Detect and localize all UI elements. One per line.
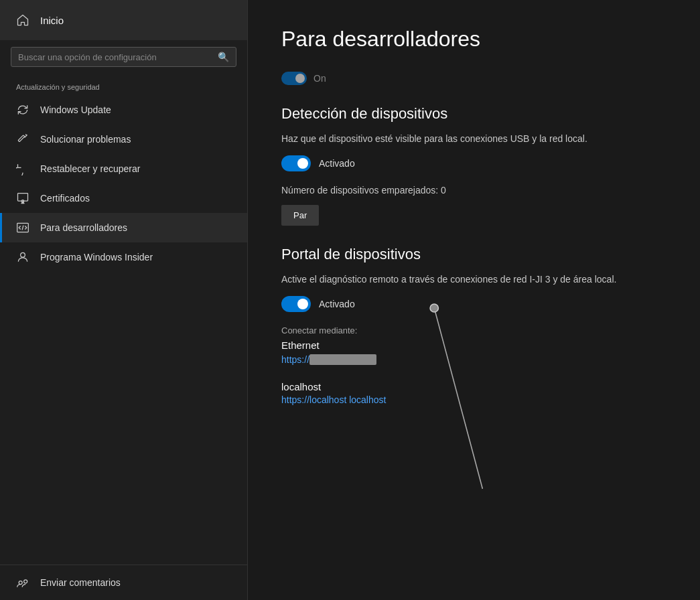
svg-point-4	[19, 581, 22, 585]
dev-icon	[16, 221, 29, 234]
sidebar-section-label: Actualización y seguridad	[0, 78, 247, 95]
sidebar-item-feedback[interactable]: Enviar comentarios	[0, 568, 247, 597]
sidebar-item-label: Windows Update	[40, 104, 111, 115]
insider-icon	[16, 250, 29, 264]
section-portal-title: Portal de dispositivos	[281, 246, 667, 263]
section-portal-desc: Active el diagnóstico remoto a través de…	[281, 273, 667, 287]
deteccion-toggle-label: Activado	[319, 158, 355, 169]
search-icon[interactable]: 🔍	[218, 52, 229, 62]
sidebar-item-label: Para desarrolladores	[40, 222, 127, 233]
home-icon	[16, 13, 29, 27]
sidebar-item-para-desarrolladores[interactable]: Para desarrolladores	[0, 213, 247, 242]
history-icon	[16, 162, 29, 175]
sidebar-item-label: Programa Windows Insider	[40, 252, 153, 262]
portal-toggle-row: Activado	[281, 296, 667, 312]
sidebar-item-label: Certificados	[40, 193, 90, 204]
deteccion-toggle-row: Activado	[281, 155, 667, 171]
paired-devices-info: Número de dispositivos emparejados: 0	[281, 185, 667, 196]
section-deteccion-desc: Haz que el dispositivo esté visible para…	[281, 132, 667, 146]
certificate-icon	[16, 192, 29, 205]
sidebar-item-windows-update[interactable]: Windows Update	[0, 95, 247, 125]
localhost-section: localhost https://localhost localhost	[281, 381, 667, 406]
feedback-icon	[16, 576, 29, 589]
sidebar-item-insider[interactable]: Programa Windows Insider	[0, 242, 247, 272]
localhost-label: localhost	[281, 381, 667, 392]
search-input[interactable]	[18, 52, 212, 62]
section-deteccion-title: Detección de dispositivos	[281, 105, 667, 123]
page-title: Para desarrolladores	[281, 27, 667, 52]
connect-via-label: Conectar mediante:	[281, 325, 667, 335]
sidebar-item-label: Solucionar problemas	[40, 134, 131, 145]
sidebar-item-solucionar[interactable]: Solucionar problemas	[0, 125, 247, 154]
ethernet-url-prefix: https://	[281, 354, 309, 365]
home-label: Inicio	[40, 15, 64, 26]
sidebar-bottom: Enviar comentarios	[0, 565, 247, 600]
search-box[interactable]: 🔍	[11, 47, 236, 67]
sidebar-item-restablecer[interactable]: Restablecer y recuperar	[0, 154, 247, 183]
search-box-container: 🔍	[0, 40, 247, 78]
sidebar-item-label: Enviar comentarios	[40, 577, 121, 588]
main-content: Para desarrolladores On Detección de dis…	[248, 0, 700, 600]
top-partial-row: On	[281, 72, 667, 85]
sidebar: Inicio 🔍 Actualización y seguridad Windo…	[0, 0, 248, 600]
deteccion-toggle[interactable]	[281, 155, 311, 171]
update-icon	[16, 103, 29, 117]
portal-toggle[interactable]	[281, 296, 311, 312]
sidebar-item-certificados[interactable]: Certificados	[0, 183, 247, 213]
sidebar-item-label: Restablecer y recuperar	[40, 163, 140, 174]
top-toggle[interactable]	[281, 72, 307, 85]
par-button[interactable]: Par	[281, 205, 319, 226]
wrench-icon	[16, 133, 29, 146]
portal-toggle-label: Activado	[319, 299, 355, 309]
ethernet-label: Ethernet	[281, 340, 667, 351]
svg-point-5	[24, 580, 27, 583]
sidebar-home-button[interactable]: Inicio	[0, 0, 247, 40]
ethernet-url-masked	[309, 354, 376, 365]
ethernet-url[interactable]: https://	[281, 354, 376, 365]
top-partial-label: On	[313, 73, 326, 84]
localhost-link[interactable]: https://localhost localhost	[281, 394, 386, 405]
svg-point-3	[21, 252, 25, 257]
